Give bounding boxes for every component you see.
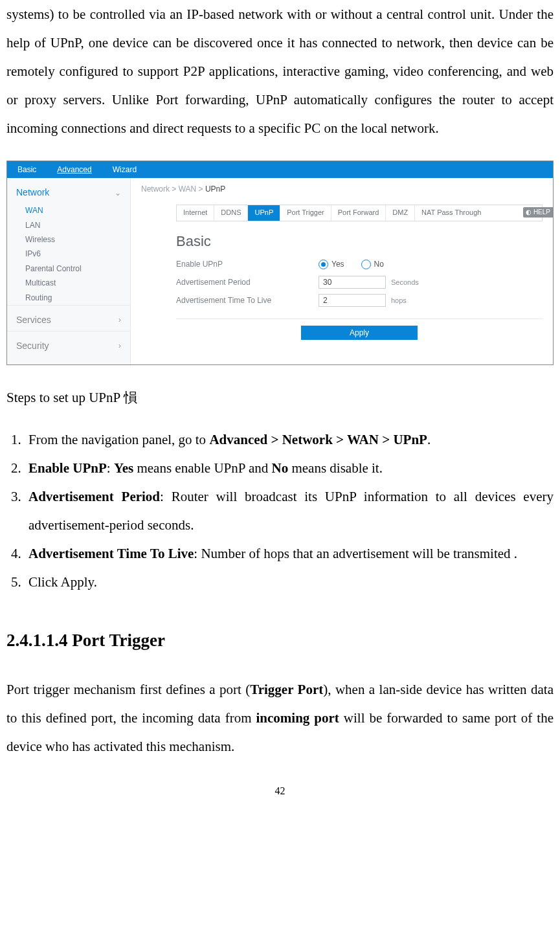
label-enable-upnp: Enable UPnP xyxy=(176,260,319,269)
step-2-text-b: : xyxy=(107,460,114,476)
intro-paragraph: systems) to be controlled via an IP-base… xyxy=(6,0,554,142)
help-label: HELP xyxy=(533,208,550,216)
page-number: 42 xyxy=(6,780,554,802)
wtab-upnp[interactable]: UPnP xyxy=(248,205,280,221)
help-button[interactable]: ◐ HELP xyxy=(523,207,553,218)
sidebar-security-label: Security xyxy=(16,341,49,352)
crumb-wan: WAN xyxy=(179,185,197,194)
chevron-down-icon: ⌄ xyxy=(115,188,121,197)
port-trigger-paragraph: Port trigger mechanism first defines a p… xyxy=(6,675,554,761)
wtab-port-trigger[interactable]: Port Trigger xyxy=(280,205,331,221)
pt-bold-d: incoming port xyxy=(256,710,339,726)
row-adv-period: Advertisement Period Seconds xyxy=(176,273,543,291)
steps-list: From the navigation panel, go to Advance… xyxy=(6,425,554,597)
sidebar-section-network[interactable]: Network ⌄ xyxy=(7,178,130,203)
radio-yes-label: Yes xyxy=(331,260,344,269)
step-2: Enable UPnP: Yes means enable UPnP and N… xyxy=(25,454,554,482)
label-adv-period: Advertisement Period xyxy=(176,278,319,287)
row-adv-ttl: Advertisement Time To Live hops xyxy=(176,291,543,309)
step-5: Click Apply. xyxy=(25,568,554,596)
wtab-internet[interactable]: Internet xyxy=(177,205,214,221)
step-1-bold: Advanced > Network > WAN > UPnP xyxy=(209,432,427,447)
label-adv-ttl: Advertisement Time To Live xyxy=(176,296,319,305)
step-1: From the navigation panel, go to Advance… xyxy=(25,425,554,454)
chevron-right-icon: › xyxy=(118,341,121,350)
unit-hops: hops xyxy=(391,296,407,305)
sidebar-item-wan[interactable]: WAN xyxy=(7,203,130,218)
step-4-text: : Number of hops that an advertisement w… xyxy=(194,546,517,561)
chevron-right-icon: › xyxy=(118,315,121,324)
sidebar-item-routing[interactable]: Routing xyxy=(7,291,130,305)
tab-advanced[interactable]: Advanced xyxy=(47,161,102,178)
content-area: Network > WAN > UPnP Internet DDNS UPnP … xyxy=(131,178,553,364)
step-2-bold-a: Enable UPnP xyxy=(28,460,107,476)
wtab-port-forward[interactable]: Port Forward xyxy=(331,205,386,221)
sidebar-network-label: Network xyxy=(16,187,49,198)
top-nav: Basic Advanced Wizard xyxy=(7,161,553,178)
tab-wizard[interactable]: Wizard xyxy=(102,161,147,178)
pt-text-a: Port trigger mechanism first defines a p… xyxy=(6,682,250,697)
step-2-bold-e: No xyxy=(271,460,288,476)
sidebar: Network ⌄ WAN LAN Wireless IPv6 Parental… xyxy=(7,178,131,364)
wan-tabs: Internet DDNS UPnP Port Trigger Port For… xyxy=(176,205,543,221)
wtab-dmz[interactable]: DMZ xyxy=(386,205,415,221)
crumb-upnp: UPnP xyxy=(205,185,225,194)
radio-no[interactable]: No xyxy=(361,260,384,269)
sidebar-section-security[interactable]: Security › xyxy=(7,331,130,357)
step-4-bold: Advertisement Time To Live xyxy=(28,546,194,561)
apply-button[interactable]: Apply xyxy=(301,326,418,340)
pt-bold-b: Trigger Port xyxy=(250,682,323,697)
radio-yes[interactable]: Yes xyxy=(319,260,344,269)
step-2-text-d: means enable UPnP and xyxy=(133,460,271,476)
steps-intro: Steps to set up UPnP 愪 xyxy=(6,383,554,412)
sidebar-item-wireless[interactable]: Wireless xyxy=(7,232,130,247)
router-ui-screenshot: Basic Advanced Wizard Network ⌄ WAN LAN … xyxy=(6,161,554,364)
row-enable-upnp: Enable UPnP Yes No xyxy=(176,255,543,273)
input-adv-period[interactable] xyxy=(319,276,386,289)
section-heading-port-trigger: 2.4.1.1.4 Port Trigger xyxy=(6,622,554,659)
step-2-bold-c: Yes xyxy=(114,460,133,476)
radio-no-label: No xyxy=(374,260,384,269)
step-2-text-f: means disable it. xyxy=(288,460,383,476)
step-1-text-c: . xyxy=(427,432,431,447)
step-3-bold: Advertisement Period xyxy=(28,489,160,504)
sidebar-services-label: Services xyxy=(16,315,51,326)
step-1-text-a: From the navigation panel, go to xyxy=(28,432,209,447)
sidebar-item-parental[interactable]: Parental Control xyxy=(7,262,130,276)
wtab-ddns[interactable]: DDNS xyxy=(214,205,248,221)
sidebar-section-services[interactable]: Services › xyxy=(7,305,130,331)
panel-title: Basic xyxy=(131,221,553,255)
unit-seconds: Seconds xyxy=(391,278,419,287)
step-3: Advertisement Period: Router will broadc… xyxy=(25,482,554,539)
breadcrumb: Network > WAN > UPnP xyxy=(131,178,553,200)
help-icon: ◐ xyxy=(526,208,532,216)
sidebar-item-multicast[interactable]: Multicast xyxy=(7,276,130,290)
input-adv-ttl[interactable] xyxy=(319,294,386,307)
crumb-network: Network xyxy=(141,185,170,194)
tab-basic[interactable]: Basic xyxy=(7,161,47,178)
step-4: Advertisement Time To Live: Number of ho… xyxy=(25,539,554,568)
sidebar-item-ipv6[interactable]: IPv6 xyxy=(7,247,130,261)
sidebar-item-lan[interactable]: LAN xyxy=(7,218,130,232)
wtab-nat[interactable]: NAT Pass Through xyxy=(415,205,487,221)
